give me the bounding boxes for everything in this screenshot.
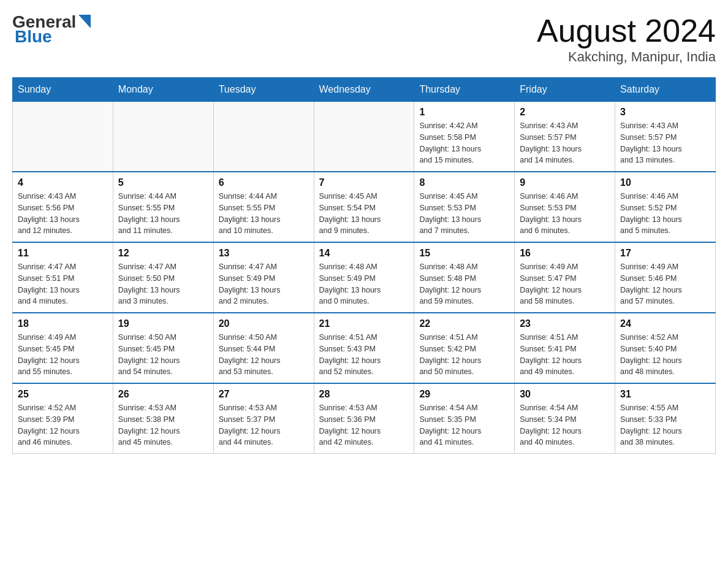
calendar-cell: 7Sunrise: 4:45 AM Sunset: 5:54 PM Daylig…	[314, 172, 414, 242]
week-row-5: 25Sunrise: 4:52 AM Sunset: 5:39 PM Dayli…	[13, 383, 716, 454]
calendar-cell: 26Sunrise: 4:53 AM Sunset: 5:38 PM Dayli…	[113, 383, 213, 454]
day-number: 18	[18, 318, 108, 329]
day-number: 16	[520, 248, 610, 259]
day-number: 2	[520, 107, 610, 118]
day-number: 20	[219, 318, 309, 329]
day-number: 9	[520, 177, 610, 188]
calendar-cell: 27Sunrise: 4:53 AM Sunset: 5:37 PM Dayli…	[213, 383, 314, 454]
calendar-location: Kakching, Manipur, India	[537, 49, 716, 65]
weekday-header-tuesday: Tuesday	[213, 78, 314, 102]
day-number: 19	[118, 318, 208, 329]
calendar-cell: 3Sunrise: 4:43 AM Sunset: 5:57 PM Daylig…	[615, 102, 716, 172]
day-number: 24	[620, 318, 710, 329]
day-info: Sunrise: 4:47 AM Sunset: 5:51 PM Dayligh…	[18, 261, 108, 307]
day-info: Sunrise: 4:54 AM Sunset: 5:34 PM Dayligh…	[520, 402, 610, 448]
logo-blue-text: Blue	[15, 27, 52, 47]
calendar-cell: 20Sunrise: 4:50 AM Sunset: 5:44 PM Dayli…	[213, 313, 314, 383]
calendar-cell: 24Sunrise: 4:52 AM Sunset: 5:40 PM Dayli…	[615, 313, 716, 383]
calendar-cell: 1Sunrise: 4:42 AM Sunset: 5:58 PM Daylig…	[414, 102, 515, 172]
day-info: Sunrise: 4:53 AM Sunset: 5:36 PM Dayligh…	[319, 402, 409, 448]
calendar-cell: 8Sunrise: 4:45 AM Sunset: 5:53 PM Daylig…	[414, 172, 515, 242]
day-number: 23	[520, 318, 610, 329]
day-info: Sunrise: 4:51 AM Sunset: 5:42 PM Dayligh…	[419, 332, 509, 378]
weekday-header-thursday: Thursday	[414, 78, 515, 102]
day-number: 27	[219, 389, 309, 400]
day-info: Sunrise: 4:53 AM Sunset: 5:38 PM Dayligh…	[118, 402, 208, 448]
calendar-cell: 14Sunrise: 4:48 AM Sunset: 5:49 PM Dayli…	[314, 242, 414, 313]
calendar-cell: 10Sunrise: 4:46 AM Sunset: 5:52 PM Dayli…	[615, 172, 716, 242]
calendar-cell: 17Sunrise: 4:49 AM Sunset: 5:46 PM Dayli…	[615, 242, 716, 313]
week-row-2: 4Sunrise: 4:43 AM Sunset: 5:56 PM Daylig…	[13, 172, 716, 242]
week-row-4: 18Sunrise: 4:49 AM Sunset: 5:45 PM Dayli…	[13, 313, 716, 383]
weekday-header-row: SundayMondayTuesdayWednesdayThursdayFrid…	[13, 78, 716, 102]
day-info: Sunrise: 4:51 AM Sunset: 5:43 PM Dayligh…	[319, 332, 409, 378]
calendar-cell: 22Sunrise: 4:51 AM Sunset: 5:42 PM Dayli…	[414, 313, 515, 383]
day-number: 29	[419, 389, 509, 400]
day-number: 3	[620, 107, 710, 118]
day-number: 10	[620, 177, 710, 188]
week-row-1: 1Sunrise: 4:42 AM Sunset: 5:58 PM Daylig…	[13, 102, 716, 172]
calendar-cell: 25Sunrise: 4:52 AM Sunset: 5:39 PM Dayli…	[13, 383, 113, 454]
day-info: Sunrise: 4:47 AM Sunset: 5:49 PM Dayligh…	[219, 261, 309, 307]
calendar-cell: 12Sunrise: 4:47 AM Sunset: 5:50 PM Dayli…	[113, 242, 213, 313]
day-number: 1	[419, 107, 509, 118]
page-header: General Blue August 2024 Kakching, Manip…	[12, 12, 716, 65]
calendar-cell: 28Sunrise: 4:53 AM Sunset: 5:36 PM Dayli…	[314, 383, 414, 454]
day-number: 5	[118, 177, 208, 188]
svg-marker-0	[78, 15, 91, 28]
day-number: 7	[319, 177, 409, 188]
day-info: Sunrise: 4:45 AM Sunset: 5:54 PM Dayligh…	[319, 191, 409, 237]
calendar-cell: 23Sunrise: 4:51 AM Sunset: 5:41 PM Dayli…	[515, 313, 615, 383]
day-number: 12	[118, 248, 208, 259]
day-info: Sunrise: 4:46 AM Sunset: 5:52 PM Dayligh…	[620, 191, 710, 237]
day-number: 28	[319, 389, 409, 400]
calendar-title: August 2024	[537, 12, 716, 49]
calendar-cell: 16Sunrise: 4:49 AM Sunset: 5:47 PM Dayli…	[515, 242, 615, 313]
day-info: Sunrise: 4:55 AM Sunset: 5:33 PM Dayligh…	[620, 402, 710, 448]
calendar-cell: 5Sunrise: 4:44 AM Sunset: 5:55 PM Daylig…	[113, 172, 213, 242]
day-info: Sunrise: 4:46 AM Sunset: 5:53 PM Dayligh…	[520, 191, 610, 237]
day-info: Sunrise: 4:48 AM Sunset: 5:48 PM Dayligh…	[419, 261, 509, 307]
day-info: Sunrise: 4:52 AM Sunset: 5:39 PM Dayligh…	[18, 402, 108, 448]
calendar-cell: 13Sunrise: 4:47 AM Sunset: 5:49 PM Dayli…	[213, 242, 314, 313]
day-number: 14	[319, 248, 409, 259]
week-row-3: 11Sunrise: 4:47 AM Sunset: 5:51 PM Dayli…	[13, 242, 716, 313]
day-info: Sunrise: 4:51 AM Sunset: 5:41 PM Dayligh…	[520, 332, 610, 378]
day-info: Sunrise: 4:50 AM Sunset: 5:45 PM Dayligh…	[118, 332, 208, 378]
weekday-header-saturday: Saturday	[615, 78, 716, 102]
day-info: Sunrise: 4:43 AM Sunset: 5:57 PM Dayligh…	[520, 120, 610, 166]
day-number: 21	[319, 318, 409, 329]
day-number: 15	[419, 248, 509, 259]
day-info: Sunrise: 4:49 AM Sunset: 5:47 PM Dayligh…	[520, 261, 610, 307]
weekday-header-wednesday: Wednesday	[314, 78, 414, 102]
calendar-cell	[113, 102, 213, 172]
weekday-header-friday: Friday	[515, 78, 615, 102]
day-number: 31	[620, 389, 710, 400]
title-block: August 2024 Kakching, Manipur, India	[537, 12, 716, 65]
day-info: Sunrise: 4:44 AM Sunset: 5:55 PM Dayligh…	[219, 191, 309, 237]
day-number: 22	[419, 318, 509, 329]
calendar-cell: 19Sunrise: 4:50 AM Sunset: 5:45 PM Dayli…	[113, 313, 213, 383]
calendar-cell: 21Sunrise: 4:51 AM Sunset: 5:43 PM Dayli…	[314, 313, 414, 383]
weekday-header-sunday: Sunday	[13, 78, 113, 102]
day-number: 26	[118, 389, 208, 400]
day-number: 4	[18, 177, 108, 188]
day-info: Sunrise: 4:52 AM Sunset: 5:40 PM Dayligh…	[620, 332, 710, 378]
calendar-table: SundayMondayTuesdayWednesdayThursdayFrid…	[12, 77, 716, 454]
day-info: Sunrise: 4:47 AM Sunset: 5:50 PM Dayligh…	[118, 261, 208, 307]
day-info: Sunrise: 4:53 AM Sunset: 5:37 PM Dayligh…	[219, 402, 309, 448]
day-info: Sunrise: 4:44 AM Sunset: 5:55 PM Dayligh…	[118, 191, 208, 237]
day-number: 17	[620, 248, 710, 259]
day-number: 25	[18, 389, 108, 400]
day-info: Sunrise: 4:45 AM Sunset: 5:53 PM Dayligh…	[419, 191, 509, 237]
day-info: Sunrise: 4:49 AM Sunset: 5:46 PM Dayligh…	[620, 261, 710, 307]
calendar-cell	[314, 102, 414, 172]
calendar-cell: 6Sunrise: 4:44 AM Sunset: 5:55 PM Daylig…	[213, 172, 314, 242]
calendar-cell: 4Sunrise: 4:43 AM Sunset: 5:56 PM Daylig…	[13, 172, 113, 242]
day-info: Sunrise: 4:49 AM Sunset: 5:45 PM Dayligh…	[18, 332, 108, 378]
day-number: 13	[219, 248, 309, 259]
calendar-cell	[213, 102, 314, 172]
calendar-cell: 31Sunrise: 4:55 AM Sunset: 5:33 PM Dayli…	[615, 383, 716, 454]
logo: General Blue	[12, 12, 91, 47]
day-number: 6	[219, 177, 309, 188]
